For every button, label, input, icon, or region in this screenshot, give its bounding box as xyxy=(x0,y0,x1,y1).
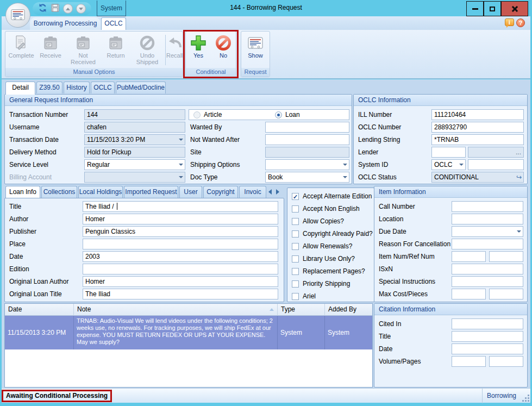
resize-grip[interactable] xyxy=(522,394,529,402)
nav-down-icon[interactable] xyxy=(76,4,86,14)
accept-alternate-edition-checkbox[interactable] xyxy=(292,193,299,200)
loan-radio[interactable] xyxy=(275,111,282,118)
tab-copyright[interactable]: Copyright xyxy=(203,186,238,198)
allow-renewals-checkbox[interactable] xyxy=(292,243,299,250)
pieces-field[interactable] xyxy=(489,289,523,299)
tab-borrowing-processing[interactable]: Borrowing Processing xyxy=(30,17,101,30)
tab-pubmed-docline[interactable]: PubMed/Docline xyxy=(116,82,166,93)
tab-loan-info[interactable]: Loan Info xyxy=(5,186,40,198)
date-field[interactable]: 2003 xyxy=(83,251,278,262)
tab-oclc-detail[interactable]: OCLC xyxy=(91,82,115,93)
transaction-number-field[interactable]: 144 xyxy=(84,109,185,120)
lender-field[interactable] xyxy=(431,147,466,158)
copyright-already-paid-checkbox[interactable] xyxy=(292,230,299,238)
edition-field[interactable] xyxy=(83,264,278,274)
tab-oclc[interactable]: OCLC xyxy=(101,17,126,30)
refresh-icon[interactable] xyxy=(38,3,47,14)
accept-non-english-checkbox[interactable] xyxy=(292,205,299,213)
dropdown-arrow-icon[interactable] xyxy=(517,230,521,233)
pages-field[interactable] xyxy=(489,356,523,367)
show-request-button[interactable]: Show xyxy=(241,33,270,68)
citation-title-field[interactable] xyxy=(452,331,523,342)
original-loan-title-field[interactable]: The Iliad xyxy=(83,289,278,299)
username-field[interactable]: chafen xyxy=(84,122,185,133)
oclc-status-field[interactable]: CONDITIONAL↪ xyxy=(431,172,524,183)
title-field[interactable]: The Iliad / xyxy=(83,201,278,212)
system-id-extra-field[interactable] xyxy=(468,159,524,170)
replacement-pages-checkbox[interactable] xyxy=(292,268,299,275)
application-menu-button[interactable] xyxy=(5,3,30,28)
site-field[interactable] xyxy=(265,147,349,158)
system-menu-button[interactable]: System xyxy=(97,1,126,16)
publisher-field[interactable]: Penguin Classics xyxy=(83,226,278,237)
ill-number-field[interactable]: 111210464 xyxy=(431,109,524,120)
undo-shipped-button[interactable]: Undo Shipped xyxy=(130,33,164,68)
save-icon[interactable] xyxy=(51,3,60,14)
dropdown-arrow-icon[interactable] xyxy=(179,139,183,141)
tab-collections[interactable]: Collections xyxy=(41,186,77,198)
nav-up-icon[interactable] xyxy=(63,4,73,14)
dropdown-arrow-icon[interactable] xyxy=(179,176,183,178)
ref-num-field[interactable] xyxy=(489,251,523,262)
location-field[interactable] xyxy=(452,214,523,224)
notes-col-type[interactable]: Type xyxy=(278,304,325,316)
notes-col-note[interactable]: Note xyxy=(74,304,278,316)
priority-shipping-checkbox[interactable] xyxy=(292,280,299,288)
tab-imported-request[interactable]: Imported Request xyxy=(124,186,178,198)
call-number-field[interactable] xyxy=(452,201,523,212)
tab-scroll-right-icon[interactable] xyxy=(276,189,279,195)
note-row-type[interactable]: System xyxy=(278,316,325,349)
not-wanted-after-field[interactable] xyxy=(265,134,349,145)
notes-col-date[interactable]: Date xyxy=(5,304,74,316)
tab-local-holdings[interactable]: Local Holdings xyxy=(78,186,123,198)
note-row-note[interactable]: TRNAB: Audio-Visual We will lend videos … xyxy=(74,316,278,349)
not-received-button[interactable]: Not Received xyxy=(65,33,101,68)
wanted-by-field[interactable] xyxy=(265,122,349,133)
special-instructions-field[interactable] xyxy=(452,276,523,287)
tab-z3950[interactable]: Z39.50 xyxy=(36,82,62,93)
tab-scroll-left-icon[interactable] xyxy=(268,189,272,195)
tab-detail[interactable]: Detail xyxy=(5,82,35,95)
dropdown-arrow-icon[interactable] xyxy=(343,176,347,178)
tab-history[interactable]: History xyxy=(64,82,90,93)
lending-string-field[interactable]: *TRNAB xyxy=(431,134,524,145)
tab-invoice[interactable]: Invoic xyxy=(239,186,266,198)
library-use-only-checkbox[interactable] xyxy=(292,255,299,263)
delivery-method-field[interactable]: Hold for Pickup xyxy=(84,147,185,158)
max-cost-field[interactable] xyxy=(452,289,486,299)
lender-browse-button[interactable]: ... xyxy=(468,147,524,158)
conditional-yes-button[interactable]: Yes xyxy=(187,33,210,68)
complete-button[interactable]: Complete xyxy=(7,33,36,68)
billing-account-select[interactable] xyxy=(84,172,185,183)
close-button[interactable] xyxy=(501,1,528,16)
return-button[interactable]: Return xyxy=(101,33,130,68)
note-row-added-by[interactable]: System xyxy=(325,316,372,349)
status-jump-icon[interactable]: ↪ xyxy=(516,172,522,182)
isxn-field[interactable] xyxy=(452,264,523,274)
cited-in-field[interactable] xyxy=(452,318,523,329)
dropdown-arrow-icon[interactable] xyxy=(459,164,464,166)
item-num-field[interactable] xyxy=(452,251,486,262)
article-radio[interactable] xyxy=(193,111,201,118)
recall-button[interactable]: Recall xyxy=(166,33,183,68)
original-loan-author-field[interactable]: Homer xyxy=(83,276,278,287)
transaction-date-field[interactable]: 11/15/2013 3:20 PM xyxy=(84,134,185,145)
reason-for-cancellation-field[interactable] xyxy=(452,239,523,249)
service-level-select[interactable]: Regular xyxy=(84,159,185,170)
tab-user[interactable]: User xyxy=(179,186,202,198)
ariel-checkbox[interactable] xyxy=(292,293,299,300)
dropdown-arrow-icon[interactable] xyxy=(343,164,347,166)
conditional-no-button[interactable]: No xyxy=(212,33,235,68)
doc-type-select[interactable]: Book xyxy=(265,172,349,183)
place-field[interactable] xyxy=(83,239,278,249)
maximize-button[interactable] xyxy=(484,1,501,16)
minimize-button[interactable] xyxy=(466,1,484,16)
volume-field[interactable] xyxy=(452,356,486,367)
note-row-date[interactable]: 11/15/2013 3:20 PM xyxy=(5,316,74,349)
author-field[interactable]: Homer xyxy=(83,214,278,224)
feedback-icon[interactable]: i xyxy=(505,18,514,26)
system-id-select[interactable]: OCLC xyxy=(431,159,466,170)
citation-date-field[interactable] xyxy=(452,343,523,354)
receive-button[interactable]: Receive xyxy=(36,33,65,68)
notes-col-added-by[interactable]: Added By xyxy=(325,304,372,316)
